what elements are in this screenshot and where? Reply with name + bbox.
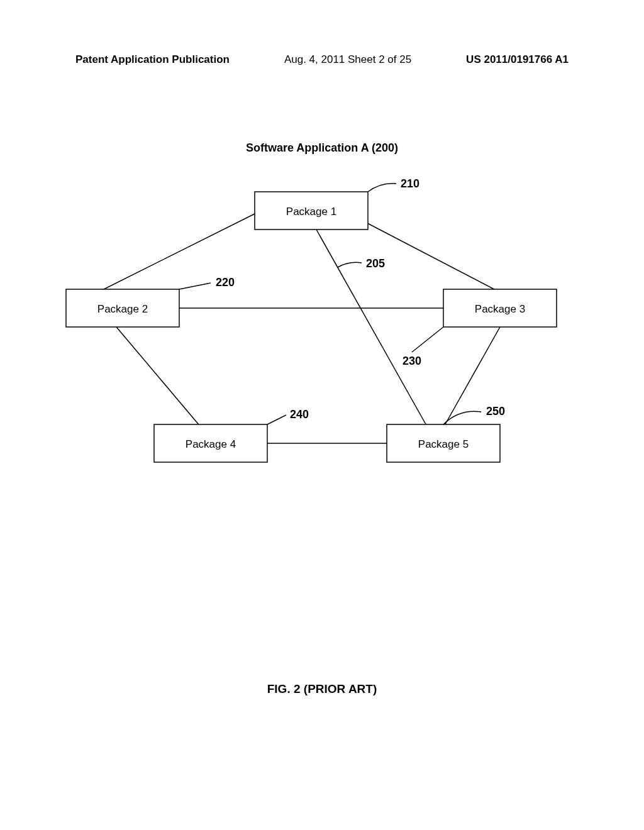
diagram-container: Package 1 Package 2 Package 3 Package 4 … — [53, 176, 563, 490]
ref-leader-220 — [179, 283, 211, 289]
ref-leader-240 — [267, 415, 286, 424]
header-pub-number: US 2011/0191766 A1 — [466, 53, 569, 66]
ref-220: 220 — [216, 276, 235, 289]
ref-230: 230 — [402, 355, 421, 367]
node-package-5-label: Package 5 — [418, 438, 469, 450]
ref-leader-210 — [368, 184, 396, 192]
ref-leader-205 — [338, 262, 362, 267]
node-package-1-label: Package 1 — [286, 206, 336, 218]
ref-205: 205 — [366, 257, 385, 270]
node-package-4-label: Package 4 — [186, 438, 236, 450]
header-publication-type: Patent Application Publication — [75, 53, 230, 66]
header-date-sheet: Aug. 4, 2011 Sheet 2 of 25 — [284, 53, 411, 66]
diagram-svg: Package 1 Package 2 Package 3 Package 4 … — [53, 176, 563, 490]
ref-210: 210 — [401, 177, 419, 190]
node-package-2-label: Package 2 — [97, 303, 148, 315]
ref-250: 250 — [486, 405, 505, 418]
node-package-3-label: Package 3 — [475, 303, 525, 315]
figure-caption: FIG. 2 (PRIOR ART) — [0, 682, 644, 696]
edge-p1-p3 — [355, 217, 506, 296]
page-header: Patent Application Publication Aug. 4, 2… — [0, 53, 644, 66]
diagram-title: Software Application A (200) — [0, 141, 644, 155]
ref-240: 240 — [290, 408, 309, 421]
ref-leader-230 — [412, 327, 443, 352]
edge-p2-p4 — [116, 327, 201, 428]
